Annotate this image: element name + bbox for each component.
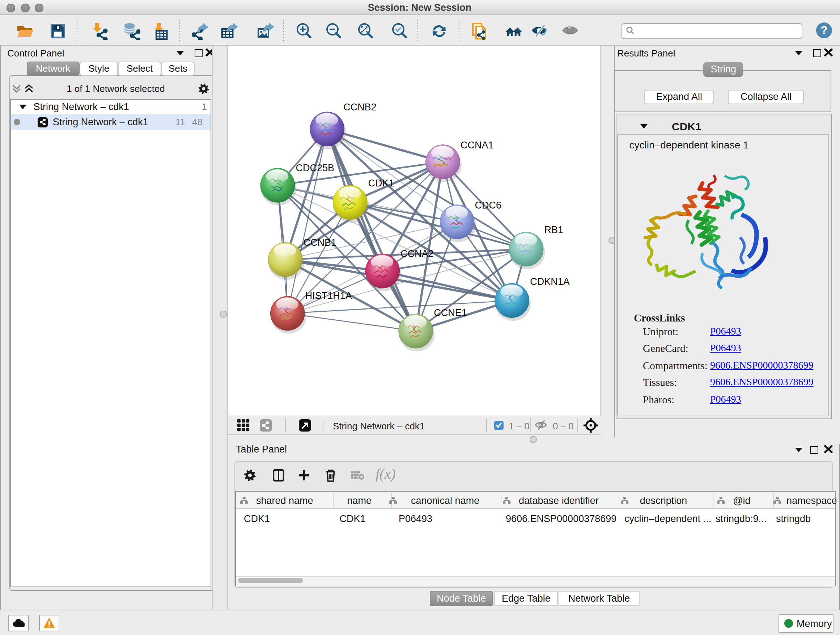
svg-text:HIST1H1A: HIST1H1A: [305, 290, 352, 301]
svg-text:RB1: RB1: [545, 224, 564, 235]
svg-text:CCNA1: CCNA1: [461, 139, 494, 150]
svg-text:CDC25B: CDC25B: [296, 162, 335, 173]
svg-text:CDKN1A: CDKN1A: [530, 276, 570, 287]
svg-text:CCNB2: CCNB2: [343, 101, 377, 112]
svg-text:CCNE1: CCNE1: [434, 307, 467, 318]
svg-text:CDC6: CDC6: [475, 200, 501, 211]
svg-text:CCNB1: CCNB1: [303, 237, 337, 248]
svg-text:CCNA2: CCNA2: [401, 248, 434, 259]
svg-text:CDK1: CDK1: [368, 177, 394, 188]
